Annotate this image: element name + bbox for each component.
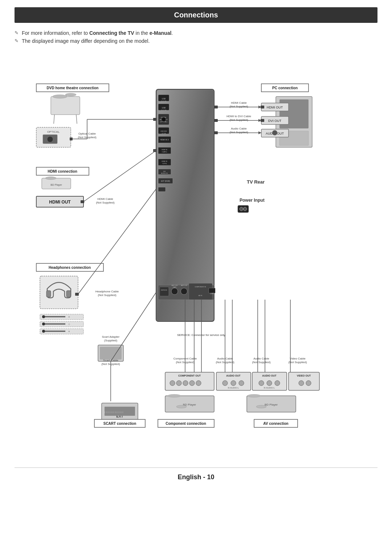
svg-text:Optical Cable: Optical Cable bbox=[78, 132, 96, 135]
svg-text:(Not Supplied): (Not Supplied) bbox=[96, 201, 114, 204]
svg-point-52 bbox=[65, 93, 76, 96]
svg-text:HDMI Cable: HDMI Cable bbox=[231, 101, 247, 104]
svg-text:COMPONENT OUT: COMPONENT OUT bbox=[178, 374, 201, 377]
svg-text:USB: USB bbox=[162, 98, 166, 100]
svg-text:○: ○ bbox=[68, 323, 70, 326]
svg-text:Audio Cable: Audio Cable bbox=[231, 127, 247, 130]
svg-rect-62 bbox=[70, 137, 73, 140]
svg-rect-63 bbox=[153, 118, 157, 121]
page-title: Connections bbox=[15, 7, 377, 23]
svg-point-46 bbox=[240, 207, 243, 211]
svg-point-119 bbox=[42, 323, 45, 325]
svg-text:BD Player: BD Player bbox=[50, 184, 62, 186]
svg-line-127 bbox=[78, 189, 156, 294]
svg-rect-36 bbox=[181, 288, 187, 295]
svg-text:(Not Supplied): (Not Supplied) bbox=[252, 361, 270, 364]
svg-text:OPTICAL: OPTICAL bbox=[47, 130, 60, 134]
svg-line-104 bbox=[83, 151, 156, 202]
svg-text:AV IN: AV IN bbox=[199, 295, 202, 296]
svg-text:1 (DVI): 1 (DVI) bbox=[162, 163, 167, 164]
svg-text:TV Rear: TV Rear bbox=[247, 179, 265, 185]
svg-point-161 bbox=[170, 381, 175, 386]
svg-text:Audio Cable: Audio Cable bbox=[253, 357, 269, 360]
footer-text: English - 10 bbox=[177, 473, 214, 481]
svg-text:HDMI connection: HDMI connection bbox=[48, 169, 77, 173]
svg-point-98 bbox=[45, 177, 56, 180]
svg-rect-110 bbox=[40, 276, 78, 309]
svg-text:Component connection: Component connection bbox=[166, 422, 206, 426]
svg-text:(Not Supplied): (Not Supplied) bbox=[78, 136, 96, 139]
svg-text:5V 1A: 5V 1A bbox=[162, 132, 166, 134]
svg-text:VIDEO OUT: VIDEO OUT bbox=[297, 374, 311, 377]
svg-text:USB HDD: USB HDD bbox=[160, 130, 167, 132]
svg-rect-105 bbox=[81, 200, 84, 203]
svg-point-162 bbox=[176, 381, 181, 386]
svg-point-170 bbox=[239, 381, 244, 386]
svg-text:AUDIO IN: AUDIO IN bbox=[161, 172, 168, 174]
svg-point-189 bbox=[256, 405, 266, 408]
svg-text:USB: USB bbox=[162, 107, 166, 109]
svg-text:(Not Supplied): (Not Supplied) bbox=[229, 118, 248, 122]
page-wrapper: Connections For more information, refer … bbox=[0, 0, 392, 542]
svg-rect-91 bbox=[214, 131, 218, 134]
svg-text:SERVICE: SERVICE bbox=[161, 289, 167, 291]
svg-rect-132 bbox=[100, 347, 122, 360]
svg-text:ANT 1 IN: ANT 1 IN bbox=[181, 284, 187, 286]
svg-rect-85 bbox=[214, 119, 218, 122]
svg-text:|||||||||||||||: ||||||||||||||| bbox=[105, 411, 124, 413]
svg-point-165 bbox=[196, 381, 201, 386]
svg-point-77 bbox=[272, 130, 277, 135]
svg-line-54 bbox=[76, 115, 77, 124]
svg-text:(Not Supplied): (Not Supplied) bbox=[229, 105, 248, 108]
diagram-svg: USB 5V 0.5A USB 5V 0.5A DIGITAL AUDIO OU… bbox=[15, 51, 377, 468]
svg-text:HDMI OUT: HDMI OUT bbox=[267, 106, 283, 109]
svg-text:EXT (RGB): EXT (RGB) bbox=[161, 180, 170, 182]
svg-point-183 bbox=[168, 394, 181, 397]
svg-rect-128 bbox=[75, 293, 79, 296]
svg-point-163 bbox=[183, 381, 188, 386]
svg-text:AUDIO OUT: AUDIO OUT bbox=[262, 374, 277, 377]
svg-text:HDMI Cable: HDMI Cable bbox=[97, 197, 113, 201]
svg-text:R-AUDIO-L: R-AUDIO-L bbox=[264, 387, 275, 389]
svg-text:(Supplied): (Supplied) bbox=[104, 339, 118, 342]
svg-text:×: × bbox=[68, 315, 70, 319]
svg-point-51 bbox=[53, 95, 67, 98]
svg-point-169 bbox=[231, 381, 236, 386]
svg-line-53 bbox=[54, 115, 54, 124]
svg-text:SCART connection: SCART connection bbox=[103, 422, 136, 426]
svg-text:Headphones connection: Headphones connection bbox=[49, 266, 91, 270]
svg-text:(SAT): (SAT) bbox=[173, 286, 177, 288]
svg-point-123 bbox=[42, 330, 45, 333]
svg-rect-29 bbox=[158, 187, 166, 192]
svg-point-181 bbox=[306, 381, 311, 386]
svg-text:Scart Adapter: Scart Adapter bbox=[102, 335, 120, 338]
svg-text:(Not Supplied): (Not Supplied) bbox=[288, 361, 307, 364]
svg-rect-50 bbox=[51, 97, 80, 115]
svg-text:PC connection: PC connection bbox=[272, 86, 298, 90]
svg-text:(Not Supplied): (Not Supplied) bbox=[98, 293, 116, 297]
svg-text:×: × bbox=[68, 330, 70, 333]
svg-text:COMPONENT IN: COMPONENT IN bbox=[195, 286, 206, 288]
svg-text:DVD home theatre connection: DVD home theatre connection bbox=[47, 86, 99, 90]
svg-point-180 bbox=[299, 381, 304, 386]
svg-point-185 bbox=[176, 405, 187, 408]
svg-point-175 bbox=[267, 381, 272, 386]
title-text: Connections bbox=[174, 11, 218, 19]
svg-text:Video Cable: Video Cable bbox=[290, 357, 306, 360]
svg-text:DVI OUT: DVI OUT bbox=[268, 119, 282, 123]
svg-text:(Not Supplied): (Not Supplied) bbox=[229, 131, 248, 134]
svg-marker-94 bbox=[258, 131, 261, 134]
svg-rect-33 bbox=[171, 288, 178, 295]
intro-line-1: For more information, refer to Connectin… bbox=[15, 30, 377, 36]
svg-text:5V 0.5A: 5V 0.5A bbox=[161, 109, 167, 111]
svg-text:AV connection: AV connection bbox=[263, 422, 288, 426]
svg-text:Power Input: Power Input bbox=[240, 198, 265, 203]
svg-text:BD Player: BD Player bbox=[265, 403, 278, 406]
svg-point-176 bbox=[275, 381, 280, 386]
svg-line-142 bbox=[111, 292, 156, 361]
connections-diagram: USB 5V 0.5A USB 5V 0.5A DIGITAL AUDIO OU… bbox=[15, 51, 377, 468]
svg-text:HDMI IN: HDMI IN bbox=[162, 149, 167, 151]
svg-text:R-AUDIO-L: R-AUDIO-L bbox=[228, 387, 239, 389]
svg-text:2 (ARC): 2 (ARC) bbox=[162, 151, 167, 153]
svg-rect-21 bbox=[158, 159, 171, 165]
